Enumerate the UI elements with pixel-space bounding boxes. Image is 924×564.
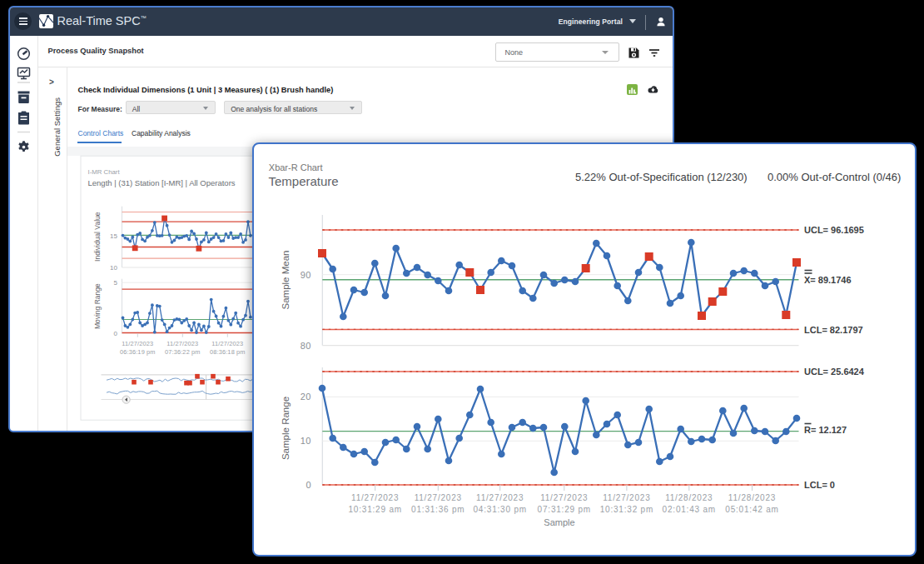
svg-text:20: 20 bbox=[301, 392, 311, 402]
svg-text:5: 5 bbox=[114, 279, 118, 287]
svg-text:UCL= 25.6424: UCL= 25.6424 bbox=[804, 367, 865, 377]
svg-text:Moving Range: Moving Range bbox=[93, 283, 102, 329]
svg-text:90: 90 bbox=[301, 270, 311, 280]
svg-text:11/27/2023: 11/27/2023 bbox=[540, 493, 588, 502]
svg-text:11/28/2023: 11/28/2023 bbox=[665, 493, 713, 502]
svg-text:01:31:36 pm: 01:31:36 pm bbox=[411, 505, 464, 514]
svg-text:Sample: Sample bbox=[544, 517, 574, 527]
svg-text:08:36:18 pm: 08:36:18 pm bbox=[210, 348, 246, 356]
svg-text:11/27/2023: 11/27/2023 bbox=[166, 340, 198, 347]
svg-text:X= 89.1746: X= 89.1746 bbox=[804, 275, 852, 285]
svg-text:80: 80 bbox=[301, 341, 311, 351]
svg-text:15: 15 bbox=[110, 232, 117, 240]
svg-text:04:31:30 pm: 04:31:30 pm bbox=[473, 505, 526, 514]
svg-text:11/28/2023: 11/28/2023 bbox=[728, 493, 776, 502]
svg-text:10:31:32 pm: 10:31:32 pm bbox=[600, 505, 653, 514]
svg-text:I-MR Chart: I-MR Chart bbox=[88, 168, 121, 176]
svg-text:Individual Value: Individual Value bbox=[93, 212, 102, 262]
svg-text:06:36:19 pm: 06:36:19 pm bbox=[120, 348, 156, 356]
svg-text:10: 10 bbox=[301, 436, 311, 446]
svg-text:0: 0 bbox=[306, 480, 311, 490]
svg-text:R= 12.127: R= 12.127 bbox=[804, 425, 847, 435]
svg-text:07:36:22 pm: 07:36:22 pm bbox=[165, 348, 201, 356]
svg-text:10: 10 bbox=[110, 264, 117, 272]
svg-text:Sample Range: Sample Range bbox=[281, 397, 291, 460]
svg-text:0: 0 bbox=[114, 331, 118, 338]
svg-text:11/27/2023: 11/27/2023 bbox=[351, 493, 399, 502]
svg-text:11/27/2023: 11/27/2023 bbox=[603, 493, 650, 502]
svg-text:Sample Mean: Sample Mean bbox=[281, 251, 291, 310]
svg-text:LCL= 0: LCL= 0 bbox=[804, 480, 835, 490]
svg-text:Length | (31) Station [I-MR] |: Length | (31) Station [I-MR] | All Opera… bbox=[88, 178, 236, 187]
svg-text:UCL= 96.1695: UCL= 96.1695 bbox=[804, 225, 864, 235]
svg-text:11/27/2023: 11/27/2023 bbox=[122, 340, 153, 347]
svg-text:10:31:29 am: 10:31:29 am bbox=[348, 505, 401, 514]
svg-text:11/27/2023: 11/27/2023 bbox=[211, 340, 243, 347]
svg-text:LCL= 82.1797: LCL= 82.1797 bbox=[804, 325, 863, 335]
svg-text:11/27/2023: 11/27/2023 bbox=[415, 493, 462, 502]
svg-text:07:31:29 pm: 07:31:29 pm bbox=[538, 505, 591, 514]
svg-text:05:01:42 am: 05:01:42 am bbox=[725, 505, 778, 514]
svg-text:02:01:43 am: 02:01:43 am bbox=[663, 505, 716, 514]
svg-text:11/27/2023: 11/27/2023 bbox=[476, 493, 524, 502]
